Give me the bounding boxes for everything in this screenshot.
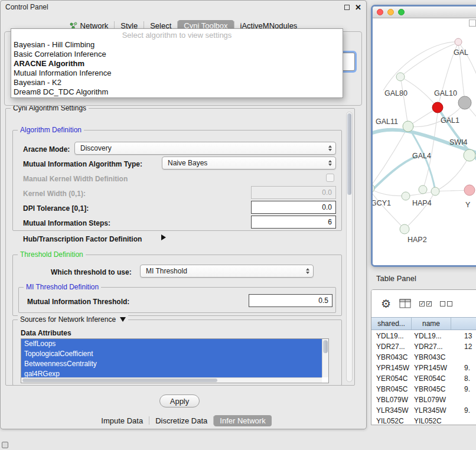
expand-arrow-icon[interactable]: [161, 234, 166, 240]
network-edge-highlighted[interactable]: [373, 156, 416, 195]
mi-threshold-input[interactable]: 0.5: [249, 294, 332, 307]
combo-arrows-icon: [328, 160, 332, 166]
algorithm-option[interactable]: Mutual Information Inference: [11, 69, 343, 78]
table-row[interactable]: YDR27...YDR27...12: [371, 341, 476, 352]
manual-kernel-label: Manual Kernel Width Definition: [23, 175, 128, 183]
network-node[interactable]: [464, 185, 475, 195]
network-edge[interactable]: [383, 42, 458, 90]
hub-section-label[interactable]: Hub/Transcription Factor Definition: [23, 235, 142, 243]
table-row[interactable]: YLR345WYLR345W9.: [371, 405, 476, 416]
network-node-label: Y: [465, 201, 471, 209]
table-header: shared...name: [371, 317, 476, 330]
network-node[interactable]: [402, 192, 410, 200]
algorithm-option[interactable]: Basic Correlation Inference: [11, 50, 343, 59]
column-header[interactable]: name: [412, 318, 451, 330]
mi-steps-input[interactable]: 6: [251, 216, 336, 229]
network-node-label: GAL4: [412, 152, 431, 160]
attribute-item[interactable]: BetweennessCentrality: [21, 359, 322, 369]
collapse-arrow-icon[interactable]: [120, 317, 126, 322]
network-edge[interactable]: [400, 43, 458, 77]
apply-button[interactable]: Apply: [159, 394, 200, 407]
settings-scrollbar[interactable]: [346, 112, 353, 382]
attr-list-vscrollbar[interactable]: [322, 339, 328, 377]
dpi-tolerance-input[interactable]: 0.0: [251, 201, 336, 214]
close-icon[interactable]: ✕: [355, 4, 361, 11]
table-panel-window: ⚙ shared...name YDL19...YDL19...13YDR27.…: [371, 289, 476, 425]
combo-arrows-icon: [328, 145, 332, 151]
algorithm-option[interactable]: Bayesian - K2: [11, 78, 343, 87]
attribute-item[interactable]: SelfLoops: [21, 339, 322, 349]
network-node-label: GCY1: [373, 199, 391, 207]
network-node[interactable]: [464, 149, 475, 161]
network-node-label: HAP2: [407, 236, 427, 244]
network-node-label: HAP4: [412, 199, 432, 207]
column-header[interactable]: shared...: [371, 318, 412, 330]
attr-list-hscroll-thumb[interactable]: [22, 379, 217, 382]
aracne-mode-label: Aracne Mode:: [23, 145, 70, 154]
network-edge[interactable]: [458, 42, 476, 77]
network-node[interactable]: [396, 73, 405, 81]
column-header[interactable]: [451, 318, 476, 330]
close-traffic-icon[interactable]: [377, 9, 383, 15]
mi-type-select[interactable]: Naive Bayes: [162, 156, 336, 169]
canvas-scroll-corner[interactable]: [469, 19, 476, 27]
tab-label: Discretize Data: [155, 416, 207, 425]
data-attributes-list[interactable]: SelfLoopsTopologicalCoefficientBetweenne…: [21, 338, 329, 383]
collapsed-panel-icon[interactable]: [2, 442, 8, 448]
which-threshold-select[interactable]: MI Threshold: [140, 265, 314, 278]
table-row[interactable]: YIL052CYIL052C: [371, 416, 476, 425]
network-edge[interactable]: [436, 155, 470, 191]
table-row[interactable]: YBR045CYBR045C9.: [371, 384, 476, 394]
table-row[interactable]: YBL079WYBL079W: [371, 394, 476, 405]
algorithm-option[interactable]: Dream8 DC_TDC Algorithm: [11, 87, 343, 97]
bottom-tab-impute-data[interactable]: Impute Data: [95, 415, 149, 426]
bottom-tab-discretize-data[interactable]: Discretize Data: [149, 415, 213, 426]
table-cell: [451, 352, 476, 363]
minimize-traffic-icon[interactable]: [387, 9, 394, 15]
zoom-traffic-icon[interactable]: [398, 9, 405, 15]
control-panel-titlebar[interactable]: Control Panel ✕: [1, 1, 366, 14]
table-row[interactable]: YBR043CYBR043C: [371, 352, 476, 363]
deselect-all-columns-icon[interactable]: [440, 301, 452, 306]
columns-icon[interactable]: [399, 299, 411, 308]
algorithm-option[interactable]: Bayesian - Hill Climbing: [11, 40, 343, 50]
table-cell: YBR043C: [412, 352, 451, 363]
network-node[interactable]: [403, 121, 413, 132]
select-all-columns-icon[interactable]: [419, 301, 432, 306]
settings-scrollbar-thumb[interactable]: [347, 113, 351, 195]
network-edge[interactable]: [373, 126, 408, 188]
gear-icon[interactable]: ⚙: [381, 298, 391, 309]
attribute-item[interactable]: TopologicalCoefficient: [21, 349, 322, 359]
network-graph[interactable]: GALGAL80GAL10GAL11GAL1SWI4GAL4GCY1HAP4YH…: [373, 18, 476, 265]
kernel-width-label: Kernel Width (0,1):: [23, 190, 86, 198]
table-body: YDL19...YDL19...13YDR27...YDR27...12YBR0…: [371, 331, 476, 425]
network-edge[interactable]: [400, 77, 408, 126]
network-node[interactable]: [373, 184, 374, 193]
algorithm-dropdown-list: Bayesian - Hill ClimbingBasic Correlatio…: [11, 40, 343, 97]
network-node[interactable]: [432, 102, 443, 113]
network-node[interactable]: [458, 96, 471, 109]
table-row[interactable]: YPR145WYPR145W9.: [371, 363, 476, 373]
network-node-label: GAL: [454, 48, 468, 57]
algorithm-option[interactable]: ARACNE Algorithm: [11, 59, 343, 69]
bottom-tab-infer-network[interactable]: Infer Network: [214, 415, 271, 426]
network-node[interactable]: [419, 185, 427, 194]
table-row[interactable]: YER054CYER054C8.: [371, 373, 476, 384]
attr-list-hscrollbar[interactable]: [21, 377, 322, 383]
attr-list-vscroll-thumb[interactable]: [323, 340, 328, 353]
network-node[interactable]: [400, 224, 409, 234]
aracne-mode-select[interactable]: Discovery: [74, 142, 336, 155]
sources-title[interactable]: Sources for Network Inference: [20, 315, 116, 324]
mi-type-label: Mutual Information Algorithm Type:: [23, 160, 142, 168]
kernel-width-input[interactable]: 0.0: [251, 186, 336, 199]
table-row[interactable]: YDL19...YDL19...13: [371, 331, 476, 341]
network-edge[interactable]: [423, 113, 438, 190]
network-node[interactable]: [455, 38, 462, 45]
network-canvas[interactable]: GALGAL80GAL10GAL11GAL1SWI4GAL4GCY1HAP4YH…: [373, 18, 476, 265]
network-node-label: GAL10: [434, 89, 457, 97]
manual-kernel-checkbox[interactable]: [326, 174, 334, 182]
network-node[interactable]: [431, 187, 439, 195]
table-toolbar: ⚙: [371, 290, 476, 317]
float-window-icon[interactable]: [344, 5, 350, 10]
network-window-titlebar[interactable]: [373, 6, 476, 18]
